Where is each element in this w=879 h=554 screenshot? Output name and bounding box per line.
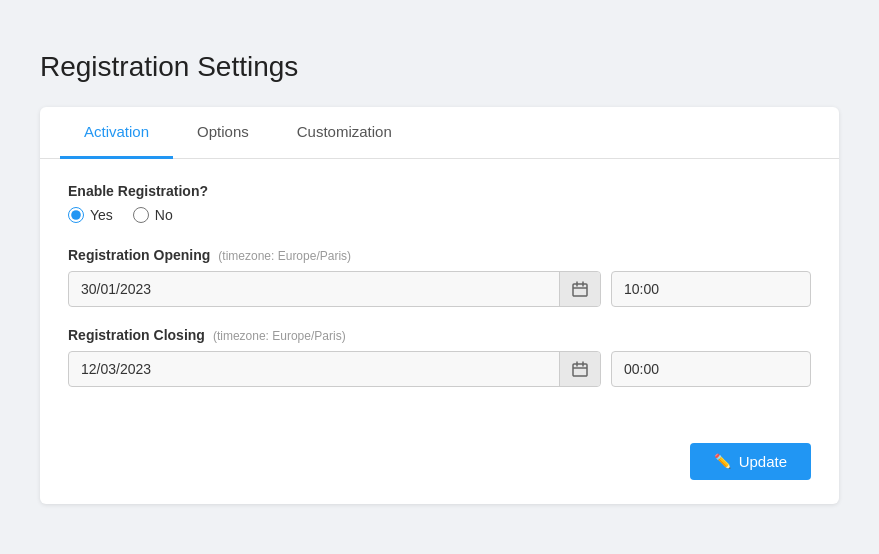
pencil-icon: ✏️ <box>714 453 731 469</box>
svg-rect-4 <box>573 364 587 376</box>
opening-inputs <box>68 271 811 307</box>
radio-no-label: No <box>155 207 173 223</box>
calendar-icon <box>572 281 588 297</box>
enable-registration-radio-group: Yes No <box>68 207 811 223</box>
opening-row: Registration Opening (timezone: Europe/P… <box>68 247 811 307</box>
svg-rect-0 <box>573 284 587 296</box>
opening-label: Registration Opening <box>68 247 210 263</box>
closing-inputs <box>68 351 811 387</box>
closing-date-input[interactable] <box>69 352 559 386</box>
tab-options[interactable]: Options <box>173 107 273 159</box>
opening-date-wrapper <box>68 271 601 307</box>
tab-customization[interactable]: Customization <box>273 107 416 159</box>
settings-card: Activation Options Customization Enable … <box>40 107 839 504</box>
tab-bar: Activation Options Customization <box>40 107 839 159</box>
closing-time-wrapper <box>611 351 811 387</box>
radio-yes-input[interactable] <box>68 207 84 223</box>
closing-calendar-button[interactable] <box>559 352 600 386</box>
closing-label: Registration Closing <box>68 327 205 343</box>
opening-time-wrapper <box>611 271 811 307</box>
radio-yes-label: Yes <box>90 207 113 223</box>
opening-calendar-button[interactable] <box>559 272 600 306</box>
card-body: Enable Registration? Yes No Registration… <box>40 159 839 435</box>
update-button[interactable]: ✏️ Update <box>690 443 811 480</box>
closing-time-input[interactable] <box>612 352 810 386</box>
calendar-icon <box>572 361 588 377</box>
opening-date-input[interactable] <box>69 272 559 306</box>
radio-no-input[interactable] <box>133 207 149 223</box>
opening-timezone: (timezone: Europe/Paris) <box>218 249 351 263</box>
closing-timezone: (timezone: Europe/Paris) <box>213 329 346 343</box>
tab-activation[interactable]: Activation <box>60 107 173 159</box>
closing-date-wrapper <box>68 351 601 387</box>
closing-row: Registration Closing (timezone: Europe/P… <box>68 327 811 387</box>
page-title: Registration Settings <box>40 51 839 83</box>
update-button-label: Update <box>739 453 787 470</box>
closing-label-row: Registration Closing (timezone: Europe/P… <box>68 327 811 343</box>
page-wrapper: Registration Settings Activation Options… <box>0 21 879 534</box>
opening-time-input[interactable] <box>612 272 810 306</box>
card-footer: ✏️ Update <box>40 435 839 504</box>
radio-no-option[interactable]: No <box>133 207 173 223</box>
radio-yes-option[interactable]: Yes <box>68 207 113 223</box>
opening-label-row: Registration Opening (timezone: Europe/P… <box>68 247 811 263</box>
enable-registration-label: Enable Registration? <box>68 183 811 199</box>
